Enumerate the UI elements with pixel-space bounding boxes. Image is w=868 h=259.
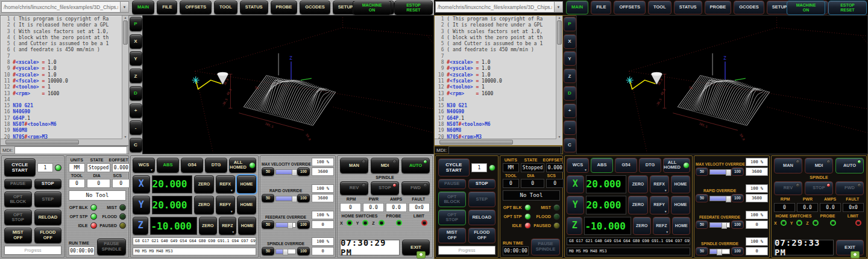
reload-button[interactable]: RELOAD xyxy=(468,210,496,225)
override-min-button[interactable]: 50 xyxy=(696,194,708,202)
g54-button[interactable]: G54 xyxy=(615,158,637,173)
opt-stop-button[interactable]: OPT STOP xyxy=(4,210,32,225)
flood-off-button[interactable]: FLOOD OFF xyxy=(34,228,62,243)
vscroll-thumb[interactable] xyxy=(557,20,562,45)
zoom-out-button[interactable]: - xyxy=(130,120,142,135)
home-button-x[interactable]: HOME xyxy=(671,175,690,194)
axis-x-button[interactable]: X xyxy=(567,175,584,194)
override-min-button[interactable]: 50 xyxy=(262,167,274,176)
override-max-button[interactable]: 100 xyxy=(731,194,744,202)
view-z-button[interactable]: Z xyxy=(130,69,142,83)
rapid-slider[interactable] xyxy=(709,196,730,201)
man-mode-button[interactable]: MAN xyxy=(774,158,802,173)
opt-block-button[interactable]: OPT BLOCK xyxy=(438,192,466,207)
view-y-button[interactable]: Y xyxy=(564,51,576,66)
ref-button-x[interactable]: REFX ▼ xyxy=(650,175,669,194)
exit-button[interactable]: EXIT xyxy=(402,240,430,255)
all-homed-button[interactable]: ALL HOMED xyxy=(229,158,256,173)
spindle-stop-button[interactable]: STOP xyxy=(371,181,399,195)
feedrate-slider[interactable] xyxy=(709,222,730,228)
spindle-rev-button[interactable]: REV xyxy=(340,181,368,195)
file-path-dropdown-button[interactable]: ▼ xyxy=(121,1,129,13)
cycle-count-spinbox[interactable]: 1 xyxy=(471,163,488,172)
menu-main[interactable]: MAIN xyxy=(566,1,588,14)
g54-button[interactable]: G54 xyxy=(181,158,203,173)
mist-off-button[interactable]: MIST OFF xyxy=(438,228,466,243)
abs-button[interactable]: ABS xyxy=(157,158,179,173)
gcode-vscrollbar[interactable]: ▲ ▼ xyxy=(122,16,128,139)
wcs-button[interactable]: WCS ▼ xyxy=(567,158,589,173)
spindle-rev-button[interactable]: REV xyxy=(774,181,802,195)
ref-button-z[interactable]: REFZ ▼ xyxy=(219,217,237,236)
axis-z-button[interactable]: Z xyxy=(133,217,148,236)
menu-offsets[interactable]: OFFSETS xyxy=(180,1,212,14)
stop-button[interactable]: STOP xyxy=(34,179,62,189)
zero-button-x[interactable]: ZERO xyxy=(194,175,213,194)
man-mode-button[interactable]: MAN xyxy=(340,158,368,173)
gcode-lines[interactable]: 1 ( This program is copyright of Ra 2 ( … xyxy=(1,16,122,139)
view-z-button[interactable]: Z xyxy=(564,69,576,83)
clear-plot-button[interactable]: C xyxy=(564,138,576,152)
ref-button-y[interactable]: REFY ▼ xyxy=(216,196,235,214)
estop-reset-button[interactable]: ESTOP RESET xyxy=(828,1,867,15)
hscroll-thumb[interactable] xyxy=(439,140,513,145)
zoom-in-button[interactable]: + xyxy=(130,104,142,118)
override-min-button[interactable]: 50 xyxy=(262,194,274,202)
rapid-slider[interactable] xyxy=(275,196,296,201)
ref-button-z[interactable]: REFZ ▼ xyxy=(653,217,671,236)
stop-button[interactable]: STOP xyxy=(468,179,496,189)
step-button[interactable]: STEP xyxy=(468,192,496,207)
max-velocity-slider[interactable] xyxy=(275,169,296,175)
menu-file[interactable]: FILE xyxy=(591,1,611,14)
zero-button-y[interactable]: ZERO xyxy=(194,196,213,214)
view-perspective-button[interactable]: P xyxy=(564,17,576,31)
clear-plot-button[interactable]: C xyxy=(130,138,142,152)
zero-button-x[interactable]: ZERO xyxy=(628,175,647,194)
mdi-input[interactable] xyxy=(448,146,561,154)
menu-gcodes[interactable]: GCODES xyxy=(734,1,764,14)
override-min-button[interactable]: 50 xyxy=(262,247,274,255)
axis-z-button[interactable]: Z xyxy=(567,217,582,236)
all-homed-button[interactable]: ALL HOMED xyxy=(663,158,690,173)
menu-gcodes[interactable]: GCODES xyxy=(300,1,330,14)
menu-offsets[interactable]: OFFSETS xyxy=(614,1,646,14)
ref-button-y[interactable]: REFY ▼ xyxy=(650,196,669,214)
view-dimensions-button[interactable]: D xyxy=(564,86,576,101)
override-max-button[interactable]: 100 xyxy=(297,220,310,229)
override-min-button[interactable]: 50 xyxy=(696,167,708,176)
cycle-start-button[interactable]: CYCLE START xyxy=(438,158,470,176)
gcode-vscrollbar[interactable]: ▲ ▼ xyxy=(556,16,562,139)
view-perspective-button[interactable]: P xyxy=(130,17,142,31)
notify-icon[interactable] xyxy=(851,251,860,258)
vscroll-thumb[interactable] xyxy=(123,20,128,45)
override-max-button[interactable]: 100 xyxy=(297,247,310,255)
feedrate-slider[interactable] xyxy=(275,222,296,228)
override-min-button[interactable]: 50 xyxy=(696,220,708,229)
machine-on-button[interactable]: MACHINE ON xyxy=(787,1,825,15)
zero-button-z[interactable]: ZERO xyxy=(199,217,217,236)
mdi-mode-button[interactable]: MDI xyxy=(805,158,833,173)
home-button-y[interactable]: HOME xyxy=(671,196,690,214)
override-max-button[interactable]: 100 xyxy=(731,220,744,229)
pause-button[interactable]: PAUSE xyxy=(4,179,32,189)
spindle-slider[interactable] xyxy=(709,249,730,254)
mdi-mode-button[interactable]: MDI xyxy=(371,158,399,173)
pause-button[interactable]: PAUSE xyxy=(438,179,466,189)
cycle-start-button[interactable]: CYCLE START xyxy=(4,158,36,176)
pause-spindle-button[interactable]: PAUSE SPINDLE xyxy=(531,239,560,255)
menu-file[interactable]: FILE xyxy=(157,1,177,14)
home-button-z[interactable]: HOME xyxy=(672,217,690,236)
gcode-lines[interactable]: 1 ( This program is copyright of Ra 2 ( … xyxy=(435,16,556,139)
mdi-input[interactable] xyxy=(14,146,127,154)
home-button-z[interactable]: HOME xyxy=(238,217,256,236)
scroll-down-icon[interactable]: ▼ xyxy=(123,135,128,139)
menu-status[interactable]: STATUS xyxy=(674,1,702,14)
override-max-button[interactable]: 100 xyxy=(297,167,310,176)
menu-main[interactable]: MAIN xyxy=(132,1,154,14)
override-max-button[interactable]: 100 xyxy=(731,247,744,255)
scroll-down-icon[interactable]: ▼ xyxy=(557,135,562,139)
menu-status[interactable]: STATUS xyxy=(240,1,268,14)
spindle-fwd-button[interactable]: FWD xyxy=(835,181,864,195)
ref-button-x[interactable]: REFX ▼ xyxy=(216,175,235,194)
gcode-hscrollbar[interactable] xyxy=(435,139,556,145)
